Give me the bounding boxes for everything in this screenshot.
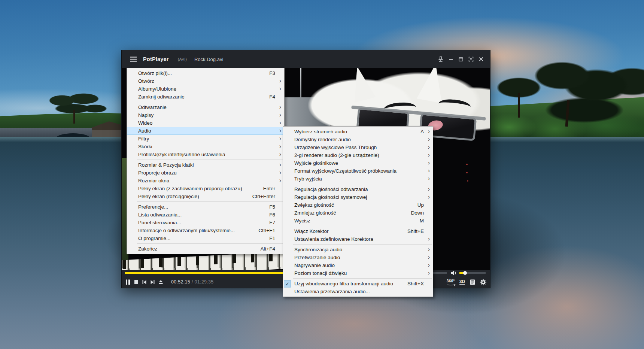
menu-separator [293,184,432,184]
audio-submenu: Wybierz strumień audioA›Domyślny rendere… [283,126,433,297]
menu-item[interactable]: Filtry› [127,135,284,143]
menu-item-shortcut: Shift+X [407,281,424,286]
menu-item-shortcut: Alt+F4 [261,246,275,252]
menu-item[interactable]: Odtwarzanie› [127,103,284,111]
menu-item-label: Panel sterowania... [138,220,269,225]
menu-item[interactable]: Lista odtwarzania...F6 [127,211,284,219]
3d-mode-icon[interactable]: 3D [459,279,465,285]
submenu-arrow-icon: › [428,128,430,134]
menu-item[interactable]: 2-gi renderer audio (2-gie urządzenie)› [283,151,433,159]
menu-item-label: Użyj wbudowanego filtra transformacji au… [294,281,407,286]
previous-button[interactable] [141,279,148,285]
menu-item[interactable]: WyciszM [283,217,433,225]
menu-item[interactable]: Synchronizacja audio› [283,246,433,254]
settings-gear-icon[interactable] [480,279,486,285]
menu-item[interactable]: Napisy› [127,111,284,119]
menu-item-shortcut: Ctrl+F1 [258,228,275,233]
submenu-arrow-icon: › [279,170,281,176]
menu-item[interactable]: Proporcje obrazu› [127,169,284,177]
speaker-icon[interactable] [450,270,457,276]
menu-item-label: Odtwarzanie [138,104,275,110]
menu-item[interactable]: Rozmiar & Pozycja klatki› [127,161,284,169]
menu-item-shortcut: F3 [269,70,275,76]
menu-item[interactable]: Audio› [127,127,284,135]
menu-item-label: Otwórz plik(i)... [138,70,269,76]
menu-separator [137,243,283,244]
menu-item-label: Lista odtwarzania... [138,212,269,218]
submenu-arrow-icon: › [279,151,281,157]
menu-item[interactable]: Profile/Język interfejsu/Inne ustawienia… [127,151,284,158]
menu-item[interactable]: Preferencje...F5 [127,203,284,211]
submenu-arrow-icon: › [279,86,281,92]
submenu-arrow-icon: › [428,152,430,158]
menu-item[interactable]: Ustawienia zdefiniowane Korektora› [283,235,433,243]
menu-item[interactable]: Domyślny renderer audio› [283,136,433,143]
stop-button[interactable] [133,279,139,285]
menu-item-label: Synchronizacja audio [294,247,424,252]
menu-item[interactable]: Pełny ekran (rozciągnięcie)Ctrl+Enter [127,192,284,200]
fullscreen-icon[interactable] [467,55,476,64]
menu-item-label: Filtry [138,136,275,142]
menu-item[interactable]: Tryb wyjścia› [283,175,433,183]
pin-icon[interactable] [436,55,445,64]
menu-item[interactable]: Wybierz strumień audioA› [283,128,433,136]
main-menu: Otwórz plik(i)...F3Otwórz›Albumy/Ulubion… [127,68,285,254]
menu-item-label: Wyjście głośnikowe [294,160,424,166]
minimize-icon[interactable] [446,55,455,64]
menu-item[interactable]: Wideo› [127,119,284,127]
submenu-arrow-icon: › [279,136,281,142]
menu-item[interactable]: Informacje o odtwarzanym pliku/systemie.… [127,227,284,234]
vr-360-icon[interactable]: 360° [447,279,455,285]
pause-button[interactable] [125,279,131,285]
time-divider: / [192,279,193,285]
menu-item[interactable]: Nagrywanie audio› [283,261,433,269]
check-icon: ✓ [284,280,291,287]
menu-item-shortcut: Shift+E [407,228,424,234]
time-total: 01:29:35 [194,279,213,285]
menu-item[interactable]: Albumy/Ulubione› [127,85,284,93]
wallpaper-trees-right [495,59,644,134]
maximize-icon[interactable] [456,55,465,64]
menu-item[interactable]: ZakończAlt+F4 [127,245,284,253]
menu-item-label: Wycisz [294,218,420,224]
menu-item[interactable]: O programie...F1 [127,234,284,242]
menu-item[interactable]: Wyjście głośnikowe› [283,159,433,167]
menu-item[interactable]: Regulacja głośności odtwarzania› [283,185,433,193]
menu-item[interactable]: Pełny ekran (z zachowaniem proporcji obr… [127,185,284,192]
menu-item[interactable]: Otwórz› [127,77,284,85]
menu-item[interactable]: Zmniejsz głośnośćDown [283,209,433,217]
menu-separator [293,278,432,279]
submenu-arrow-icon: › [428,186,430,192]
volume-slider[interactable] [459,272,486,274]
menu-item[interactable]: Włącz KorektorShift+E [283,227,433,235]
submenu-arrow-icon: › [428,254,430,260]
menu-item[interactable]: Zwiększ głośnośćUp [283,201,433,209]
menu-item[interactable]: Urządzenie wyjściowe Pass Through› [283,143,433,151]
titlebar[interactable]: PotPlayer {AVI} Rock.Dog.avi [122,50,490,68]
menu-item[interactable]: Ustawienia przetwarzania audio... [283,288,433,295]
desktop: PotPlayer {AVI} Rock.Dog.avi [0,0,644,349]
next-button[interactable] [149,279,156,285]
menu-item[interactable]: Rozmiar okna› [127,177,284,185]
menu-item[interactable]: Otwórz plik(i)...F3 [127,69,284,77]
menu-item[interactable]: Skórki› [127,143,284,151]
menu-item[interactable]: ✓Użyj wbudowanego filtra transformacji a… [283,280,433,288]
volume-knob[interactable] [463,271,467,275]
menu-item[interactable]: Przetwarzanie audio› [283,254,433,261]
hamburger-menu-icon[interactable] [129,55,138,64]
playlist-icon[interactable] [470,279,476,285]
menu-item-label: Skórki [138,144,275,149]
menu-item-label: Zmniejsz głośność [294,210,411,216]
menu-item[interactable]: Format wyjściowy/Częstotliwość próbkowan… [283,167,433,175]
menu-item[interactable]: Zamknij odtwarzanieF4 [127,93,284,101]
menu-item-label: Ustawienia przetwarzania audio... [294,289,424,294]
menu-item-label: Pełny ekran (z zachowaniem proporcji obr… [138,186,263,191]
menu-item[interactable]: Panel sterowania...F7 [127,219,284,227]
menu-item[interactable]: Poziom tonacji dźwięku› [283,269,433,277]
eject-button[interactable] [158,279,164,285]
menu-separator [137,201,283,202]
close-icon[interactable] [477,55,486,64]
menu-item[interactable]: Regulacja głośności systemowej› [283,193,433,201]
menu-item-label: Albumy/Ulubione [138,86,275,92]
menu-item-shortcut: F1 [269,236,275,241]
